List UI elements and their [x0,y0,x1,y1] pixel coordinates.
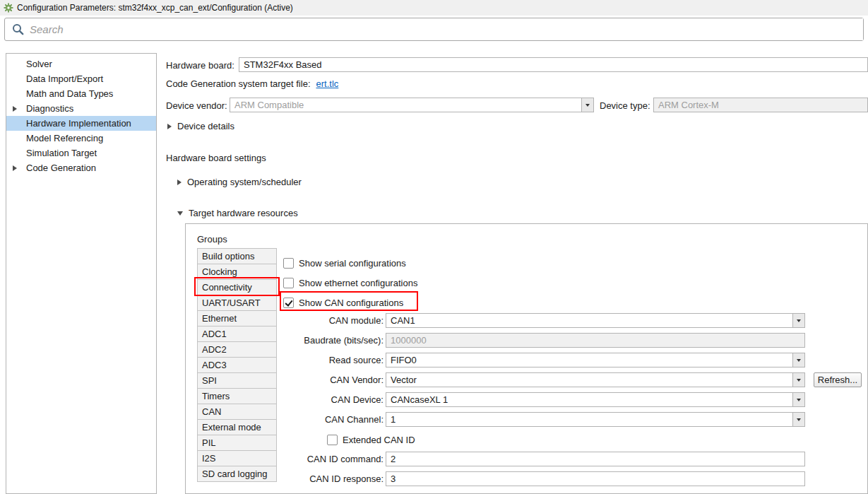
extended-can-id-row: Extended CAN ID [327,432,415,447]
can-device-combobox[interactable]: CANcaseXL 1 [386,392,805,407]
group-row-uart-usart[interactable]: UART/USART [198,295,276,311]
triangle-down-icon[interactable] [177,211,183,216]
device-type-field[interactable]: ARM Cortex-M [653,98,868,112]
sidebar-item-model-referencing[interactable]: Model Referencing [6,131,156,146]
can-id-command-label: CAN ID command: [278,454,384,464]
target-file-link[interactable]: ert.tlc [316,78,339,89]
chevron-down-icon [797,379,801,382]
board-settings-title: Hardware board settings [166,153,266,163]
group-row-adc2[interactable]: ADC2 [198,342,276,358]
can-id-response-label: CAN ID response: [278,474,384,484]
target-file-label: Code Generation system target file: [166,78,311,89]
group-row-spi[interactable]: SPI [198,373,276,389]
sidebar-item-math-and-data-types[interactable]: Math and Data Types [6,86,156,101]
sidebar-item-diagnostics[interactable]: Diagnostics [6,101,156,116]
device-type-label: Device type: [600,100,650,111]
target-file-row: Code Generation system target file: ert.… [166,78,338,89]
can-vendor-label: CAN Vendor: [278,375,384,385]
target-hardware-resources-panel: Groups Build options Clocking Connectivi… [185,223,868,494]
hardware-board-combobox[interactable]: STM32F4xx Based [239,57,868,72]
read-source-combobox[interactable]: FIFO0 [386,353,805,367]
show-can-configurations-row: Show CAN configurations [283,295,403,310]
dropdown-button[interactable] [792,353,804,367]
can-channel-combobox[interactable]: 1 [386,412,805,427]
extended-can-id-checkbox[interactable] [327,435,338,445]
can-device-label: CAN Device: [278,394,384,405]
hardware-board-label: Hardware board: [166,60,234,71]
group-row-adc1[interactable]: ADC1 [198,327,276,342]
dropdown-button[interactable] [792,413,804,426]
can-module-combobox[interactable]: CAN1 [386,313,805,328]
sidebar: Solver Data Import/Export Math and Data … [6,53,157,494]
group-row-i2s[interactable]: I2S [198,451,276,466]
group-row-pil[interactable]: PIL [198,435,276,451]
device-details-toggle[interactable]: Device details [167,121,234,131]
group-row-can[interactable]: CAN [198,404,276,420]
sidebar-item-solver[interactable]: Solver [6,57,156,71]
app-gear-icon [4,3,13,13]
group-row-adc3[interactable]: ADC3 [198,358,276,373]
baudrate-label: Baudrate (bits/sec): [278,335,384,346]
sidebar-item-simulation-target[interactable]: Simulation Target [6,146,156,160]
group-row-timers[interactable]: Timers [198,389,276,404]
dropdown-button[interactable] [792,314,804,327]
chevron-down-icon [797,359,801,362]
group-row-ethernet[interactable]: Ethernet [198,311,276,327]
window-titlebar: Configuration Parameters: stm32f4xx_xcp_… [0,0,868,16]
can-id-response-field[interactable]: 3 [386,471,805,486]
dropdown-button[interactable] [792,393,804,406]
groups-title: Groups [197,234,227,245]
target-resources-toggle[interactable]: Target hardware resources [177,208,298,218]
chevron-down-icon [797,319,801,322]
show-ethernet-configurations-checkbox[interactable] [283,278,294,288]
chevron-down-icon [585,104,590,107]
configuration-parameters-window: Configuration Parameters: stm32f4xx_xcp_… [0,0,868,494]
baudrate-field[interactable]: 1000000 [386,333,805,348]
sidebar-item-code-generation[interactable]: Code Generation [6,160,156,175]
refresh-button[interactable]: Refresh... [814,372,862,387]
show-ethernet-configurations-row: Show ethernet configurations [283,275,417,290]
dropdown-button[interactable] [792,373,804,387]
show-can-configurations-checkbox[interactable] [283,298,294,308]
triangle-right-icon[interactable] [167,124,172,129]
triangle-right-icon[interactable] [177,180,182,185]
group-row-sd-card-logging[interactable]: SD card logging [198,466,276,482]
search-icon [12,23,24,35]
chevron-down-icon [797,399,801,401]
can-module-label: CAN module: [278,315,384,326]
group-row-external-mode[interactable]: External mode [198,420,276,435]
device-vendor-label: Device vendor: [166,100,227,111]
read-source-label: Read source: [278,355,384,365]
can-vendor-combobox[interactable]: Vector [386,372,805,387]
group-row-connectivity[interactable]: Connectivity [198,280,276,295]
search-input[interactable] [30,18,863,40]
device-vendor-combobox[interactable]: ARM Compatible [230,98,594,112]
sidebar-item-hardware-implementation[interactable]: Hardware Implementation [6,116,156,131]
window-title: Configuration Parameters: stm32f4xx_xcp_… [17,3,293,13]
chevron-down-icon [797,418,801,421]
groups-list: Build options Clocking Connectivity UART… [197,248,277,482]
expand-arrow-icon[interactable] [13,106,17,112]
os-scheduler-toggle[interactable]: Operating system/scheduler [177,177,302,187]
group-row-build-options[interactable]: Build options [198,249,276,264]
can-id-command-field[interactable]: 2 [386,452,805,466]
show-serial-configurations-checkbox[interactable] [283,258,294,269]
dropdown-button[interactable] [581,98,593,112]
can-channel-label: CAN Channel: [278,414,384,425]
sidebar-item-data-import-export[interactable]: Data Import/Export [6,71,156,86]
search-bar[interactable] [4,18,864,41]
group-row-clocking[interactable]: Clocking [198,264,276,280]
show-serial-configurations-row: Show serial configurations [283,255,406,271]
expand-arrow-icon[interactable] [13,165,17,171]
